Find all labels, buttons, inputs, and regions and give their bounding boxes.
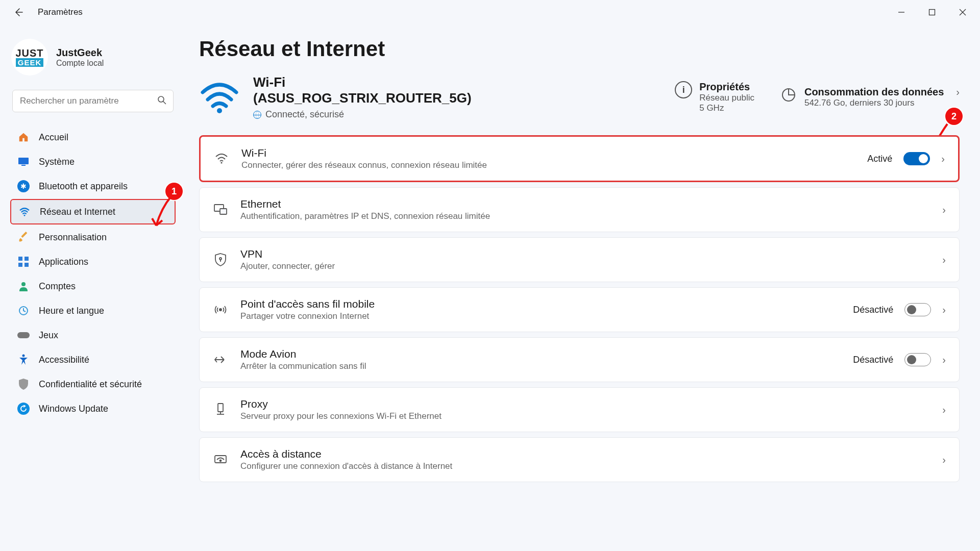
hotspot-toggle[interactable] (904, 303, 931, 316)
brush-icon (17, 231, 30, 243)
card-sub: Configurer une connexion d'accès à dista… (240, 461, 452, 471)
minimize-icon (898, 9, 905, 16)
svg-rect-11 (18, 263, 22, 267)
back-button[interactable] (11, 5, 26, 19)
status-title: Wi-Fi (253, 74, 472, 90)
proxy-icon (213, 403, 228, 416)
svg-point-8 (24, 215, 26, 216)
wifi-icon (214, 153, 229, 164)
svg-point-29 (220, 460, 222, 462)
card-title: Proxy (240, 398, 442, 410)
sidebar-item-comptes[interactable]: Comptes (10, 274, 176, 298)
card-sub: Authentification, paramètres IP et DNS, … (240, 211, 490, 221)
chevron-right-icon: › (942, 304, 946, 316)
nav-list: Accueil Système ✱ Bluetooth et appareils… (10, 126, 176, 420)
svg-rect-7 (21, 165, 26, 166)
minimize-button[interactable] (886, 1, 917, 23)
card-hotspot[interactable]: Point d'accès sans fil mobile Partager v… (199, 287, 960, 332)
data-usage-title: Consommation des données (804, 86, 944, 98)
info-icon: i (675, 81, 692, 98)
svg-point-13 (21, 282, 26, 286)
sidebar-item-label: Personnalisation (39, 232, 107, 243)
accessibility-icon (17, 354, 30, 366)
sidebar-item-accueil[interactable]: Accueil (10, 126, 176, 149)
sidebar-item-applications[interactable]: Applications (10, 250, 176, 273)
card-airplane[interactable]: Mode Avion Arrêter la communication sans… (199, 337, 960, 382)
ethernet-icon (213, 204, 228, 215)
card-ethernet[interactable]: Ethernet Authentification, paramètres IP… (199, 187, 960, 232)
annotation-arrow-1 (151, 193, 177, 234)
card-sub: Arrêter la communication sans fil (240, 361, 366, 371)
sidebar-item-label: Bluetooth et appareils (39, 181, 128, 192)
connection-status-row: Wi-Fi (ASUS_ROG_STRIX_ROUTER_5G) Connect… (199, 74, 960, 120)
chevron-right-icon: › (956, 86, 960, 98)
close-button[interactable] (947, 1, 978, 23)
sidebar-item-label: Heure et langue (39, 306, 104, 316)
svg-rect-6 (18, 158, 29, 164)
globe-icon (253, 111, 261, 119)
clock-icon (17, 305, 30, 317)
svg-point-16 (22, 355, 25, 357)
sidebar-item-heure[interactable]: Heure et langue (10, 299, 176, 322)
profile-name: JustGeek (56, 47, 104, 59)
sidebar-item-label: Accessibilité (39, 355, 89, 365)
properties-title: Propriétés (699, 81, 754, 93)
card-wifi[interactable]: Wi-Fi Connecter, gérer des réseaux connu… (199, 135, 960, 182)
back-arrow-icon (13, 7, 23, 17)
card-sub: Partager votre connexion Internet (240, 311, 375, 321)
chevron-right-icon: › (941, 153, 945, 165)
apps-icon (17, 256, 30, 268)
sidebar-item-update[interactable]: Windows Update (10, 397, 176, 420)
card-sub: Ajouter, connecter, gérer (240, 261, 335, 271)
sidebar-item-confidentialite[interactable]: Confidentialité et sécurité (10, 372, 176, 396)
chevron-right-icon: › (942, 204, 946, 216)
maximize-button[interactable] (917, 1, 947, 23)
svg-point-19 (220, 162, 222, 163)
sidebar-item-label: Jeux (39, 330, 58, 341)
search-input[interactable] (12, 90, 174, 112)
card-sub: Connecter, gérer des réseaux connus, con… (241, 160, 487, 170)
sidebar-item-label: Windows Update (39, 404, 108, 414)
wifi-toggle[interactable] (903, 152, 930, 165)
main-content: Réseau et Internet Wi-Fi (ASUS_ROG_STRIX… (184, 24, 980, 551)
status-ssid: (ASUS_ROG_STRIX_ROUTER_5G) (253, 90, 472, 106)
svg-rect-9 (18, 257, 22, 261)
gamepad-icon (17, 329, 30, 341)
vpn-shield-icon (213, 253, 228, 266)
sidebar-item-label: Confidentialité et sécurité (39, 379, 142, 390)
chevron-right-icon: › (942, 254, 946, 266)
card-title: Mode Avion (240, 348, 366, 360)
wifi-icon (18, 206, 31, 218)
sidebar: JUSTGEEK JustGeek Compte local Accueil S… (0, 24, 184, 551)
sidebar-item-systeme[interactable]: Système (10, 150, 176, 173)
svg-rect-10 (24, 257, 29, 261)
toggle-state-label: Désactivé (853, 355, 893, 365)
card-title: Point d'accès sans fil mobile (240, 298, 375, 310)
properties-card[interactable]: i Propriétés Réseau public 5 GHz (675, 81, 754, 113)
system-icon (17, 156, 30, 168)
sidebar-item-jeux[interactable]: Jeux (10, 323, 176, 347)
account-icon (17, 280, 30, 292)
home-icon (17, 131, 30, 143)
airplane-icon (213, 354, 228, 365)
profile-block[interactable]: JUSTGEEK JustGeek Compte local (10, 35, 176, 83)
airplane-toggle[interactable] (904, 353, 931, 366)
sidebar-item-accessibilite[interactable]: Accessibilité (10, 348, 176, 371)
card-vpn[interactable]: VPN Ajouter, connecter, gérer › (199, 237, 960, 282)
svg-line-5 (163, 102, 166, 104)
toggle-state-label: Activé (867, 154, 892, 164)
remote-icon (213, 454, 228, 465)
close-icon (959, 9, 966, 16)
card-title: VPN (240, 248, 335, 260)
card-proxy[interactable]: Proxy Serveur proxy pour les connexions … (199, 387, 960, 432)
properties-line2: 5 GHz (699, 103, 754, 113)
data-usage-card[interactable]: Consommation des données 542.76 Go, dern… (780, 86, 960, 108)
svg-point-22 (219, 258, 222, 260)
card-sub: Serveur proxy pour les connexions Wi-Fi … (240, 411, 442, 421)
chevron-right-icon: › (942, 354, 946, 366)
chevron-right-icon: › (942, 454, 946, 466)
card-title: Ethernet (240, 198, 490, 210)
profile-sub: Compte local (56, 59, 104, 68)
card-remote-access[interactable]: Accès à distance Configurer une connexio… (199, 437, 960, 482)
page-title: Réseau et Internet (199, 37, 960, 61)
